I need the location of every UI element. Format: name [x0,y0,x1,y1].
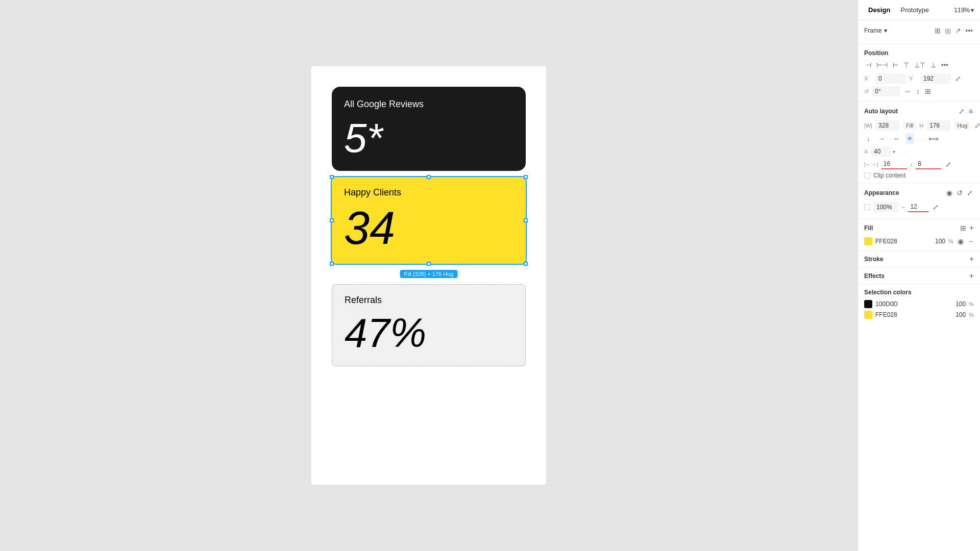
frame-selector[interactable]: Frame ▾ [864,27,887,34]
more-align[interactable]: ••• [940,60,950,70]
al-gap-row: ≡ ▾ · · [864,146,974,157]
fill-tag: Fill [903,121,916,130]
fill-percent: % [948,238,953,244]
gap-chevron[interactable]: ▾ [893,149,895,155]
al-resize-icon[interactable]: ⤢ [973,120,980,131]
tab-design[interactable]: Design [864,4,894,16]
sel-color2-hex: FFE028 [875,311,947,318]
card1-title: All Google Reviews [344,99,513,110]
align-right[interactable]: ⊢ [891,60,900,70]
more-icon[interactable]: ••• [964,26,974,36]
align-bottom[interactable]: ⊥ [929,60,938,70]
opacity-input[interactable] [873,202,899,212]
fill-eye-btn[interactable]: ◉ [957,236,965,246]
pad-h-icon: |←→| [864,161,878,167]
al-padding-row: |←→| ↕ ⤢ [864,159,974,169]
app-header: Appearance ◉ ↺ ⤢ [864,188,974,198]
fill-grid[interactable]: ⊞ [959,223,967,233]
rotation-icon: ↺ [864,88,869,95]
handle-ml [330,218,334,222]
card2-number: 34 [344,203,513,254]
fill-remove-btn[interactable]: − [968,236,974,246]
stroke-title: Stroke [864,256,883,263]
stroke-header: Stroke + [864,255,974,263]
radius-icon: ⌐ [902,204,905,210]
handle-tl [330,175,334,179]
pad-expand[interactable]: ⤢ [944,159,952,169]
width-icon: |W| [864,122,872,129]
align-center-h[interactable]: ⊢⊣ [875,60,889,70]
x-input[interactable] [875,73,906,84]
sel-color2-swatch[interactable] [864,311,872,319]
dot-spacer4: · [903,147,905,156]
sel-color-row-2: FFE028 100 % [864,311,974,319]
dir-align-active[interactable]: ≡ [905,133,915,144]
stroke-section: Stroke + [858,251,980,268]
radius-expand[interactable]: ⤢ [932,202,940,212]
frame-icons: ⊞ ◎ ↗ ••• [934,26,974,36]
height-input[interactable] [926,120,951,131]
stroke-add-btn[interactable]: + [969,255,974,263]
card-yellow[interactable]: Happy Clients 34 Fill (328) × 176 Hug [332,177,526,264]
flip-h[interactable]: ↔ [903,86,912,96]
dir-right[interactable]: → [876,133,888,144]
position-more[interactable]: ⤢ [954,73,962,84]
al-expand[interactable]: ⤢ [958,106,966,116]
tab-prototype[interactable]: Prototype [896,4,933,16]
constrain[interactable]: ⊞ [924,86,932,96]
al-spacing-icon[interactable]: ⟺ [927,134,940,144]
appearance-eye[interactable]: ◉ [945,188,953,198]
clip-checkbox[interactable] [864,172,870,179]
effects-title: Effects [864,272,885,280]
opacity-checkbox[interactable] [864,204,870,210]
al-icons: ⤢ ≡ [958,106,974,116]
rotation-input[interactable] [872,86,900,96]
fill-header: Fill ⊞ + [864,223,974,233]
appearance-section: Appearance ◉ ↺ ⤢ ⌐ ⤢ [858,184,980,219]
fill-icons: ⊞ + [959,223,974,233]
clip-row: Clip content [864,172,974,179]
share-icon[interactable]: ↗ [954,26,962,36]
fill-add-btn[interactable]: + [969,224,974,232]
al-dimensions-row: |W| Fill H Hug ⤢ [864,120,974,131]
grid-icon[interactable]: ⊞ [934,26,942,36]
dir-cycle[interactable]: ↔ [891,133,902,144]
effects-section: Effects + [858,268,980,285]
appearance-reset[interactable]: ↺ [955,188,964,198]
frame-label: Frame [864,27,882,34]
gap-input[interactable] [871,146,891,157]
sel-header: Selection colors [864,289,974,296]
align-top[interactable]: ⊤ [902,60,911,70]
flip-v[interactable]: ↕ [915,86,921,96]
position-title: Position [864,49,974,57]
dir-down[interactable]: ↓ [864,133,873,144]
width-input[interactable] [875,120,900,131]
card-gray-wrapper: Referrals 47% [332,284,526,366]
effects-add-btn[interactable]: + [969,272,974,280]
pad-h-input[interactable] [881,159,907,169]
fill-color-hex: FFE028 [875,238,927,245]
align-left[interactable]: ⊣ [864,60,873,70]
appearance-title: Appearance [864,189,899,196]
sel-color1-swatch[interactable] [864,300,872,308]
sel-color1-hex: 100D0D [875,300,947,308]
sel-color2-opacity: 100 [950,311,966,318]
sel-percent2: % [969,312,974,318]
fill-color-swatch[interactable] [864,237,872,245]
right-panel: Design Prototype 119% ▾ Frame ▾ ⊞ ◎ ↗ ••… [857,0,980,551]
zoom-control[interactable]: 119% ▾ [954,7,974,14]
sel-title: Selection colors [864,289,912,296]
frame-section: Frame ▾ ⊞ ◎ ↗ ••• [858,20,980,44]
height-icon: H [919,122,923,129]
handle-tr [524,175,528,179]
al-title: Auto layout [864,108,898,115]
al-settings[interactable]: ≡ [968,106,974,116]
align-middle[interactable]: ⊥⊤ [913,60,927,70]
clip-label: Clip content [873,172,905,179]
radius-input[interactable] [908,202,928,212]
y-input[interactable] [920,73,951,84]
pad-v-input[interactable] [916,159,941,169]
appearance-expand[interactable]: ⤢ [966,188,974,198]
target-icon[interactable]: ◎ [944,26,952,36]
card-gray: Referrals 47% [332,284,526,366]
